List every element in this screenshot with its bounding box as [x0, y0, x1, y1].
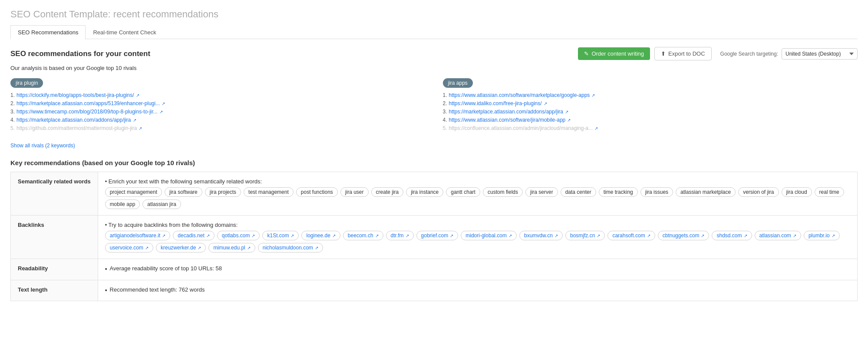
- domain-tag[interactable]: decadis.net↗: [173, 231, 214, 240]
- readability-text: Average readability score of top 10 URLs…: [105, 265, 850, 274]
- list-item: 5. https://github.com/mattermost/matterm…: [10, 125, 426, 131]
- domain-link[interactable]: uservoice.com: [110, 245, 143, 251]
- recommendations-title: Key recommendations (based on your Googl…: [10, 159, 858, 166]
- domain-link[interactable]: midori-global.com: [465, 232, 507, 239]
- domain-tag[interactable]: gobrief.com↗: [416, 231, 459, 240]
- domain-tag[interactable]: mimuw.edu.pl↗: [208, 243, 255, 252]
- external-link-icon: ↗: [332, 233, 336, 238]
- domain-tag[interactable]: cbtnuggets.com↗: [658, 231, 710, 240]
- external-link-icon: ↗: [247, 246, 251, 250]
- domain-tag[interactable]: midori-global.com↗: [461, 231, 517, 240]
- keyword-group-plugin: jira plugin 1. https://clockify.me/blog/…: [10, 78, 426, 133]
- external-link-icon: ↗: [251, 233, 255, 238]
- domain-link[interactable]: decadis.net: [178, 232, 204, 239]
- semantic-tag: jira software: [165, 187, 202, 197]
- domain-tag[interactable]: loginee.de↗: [301, 231, 340, 240]
- url-link[interactable]: https://www.idaliko.com/free-jira-plugin…: [449, 100, 542, 106]
- domain-tag[interactable]: nicholasmuldoon.com↗: [258, 243, 323, 252]
- semantic-tag: jira server: [525, 187, 558, 197]
- row-label-semantically: Semantically related words: [11, 172, 98, 216]
- domain-link[interactable]: bxumvdw.cn: [524, 232, 553, 239]
- domain-tag[interactable]: bosmjfz.cn↗: [565, 231, 605, 240]
- order-content-button[interactable]: ✎ Order content writing: [578, 47, 650, 60]
- domain-tag[interactable]: plumbr.io↗: [804, 231, 840, 240]
- semantic-tag: post functions: [296, 187, 338, 197]
- tab-realtime-content[interactable]: Real-time Content Check: [86, 25, 163, 39]
- semantic-tag: create jira: [371, 187, 404, 197]
- domain-link[interactable]: beecom.ch: [348, 232, 373, 239]
- url-link[interactable]: https://marketplace.atlassian.com/addons…: [17, 117, 131, 123]
- domain-tag[interactable]: bxumvdw.cn↗: [519, 231, 563, 240]
- external-link-icon: ↗: [133, 118, 136, 123]
- external-link-icon: ↗: [744, 233, 747, 238]
- url-link[interactable]: https://www.timecamp.com/blog/2018/09/to…: [17, 109, 158, 115]
- external-link-icon: ↗: [162, 101, 165, 106]
- external-link-icon: ↗: [647, 233, 650, 238]
- domain-link[interactable]: loginee.de: [306, 232, 330, 239]
- domain-link[interactable]: bosmjfz.cn: [570, 232, 595, 239]
- external-link-icon: ↗: [145, 246, 149, 250]
- url-link[interactable]: https://www.atlassian.com/software/marke…: [449, 92, 590, 98]
- url-link[interactable]: https://marketplace.atlassian.com/apps/5…: [17, 100, 160, 106]
- row-label-textlength: Text length: [11, 280, 98, 301]
- url-list-apps: 1. https://www.atlassian.com/software/ma…: [443, 92, 858, 131]
- row-content-textlength: Recommended text length: 762 words: [98, 280, 857, 301]
- list-item: 4. https://www.atlassian.com/software/ji…: [443, 117, 858, 123]
- domain-tag[interactable]: uservoice.com↗: [105, 243, 153, 252]
- external-link-icon: ↗: [554, 233, 558, 238]
- recommendations-table: Semantically related words • Enrich your…: [10, 172, 858, 301]
- semantic-tag: atlassian marketplace: [676, 187, 736, 197]
- external-link-icon: ↗: [567, 118, 571, 123]
- domain-link[interactable]: mimuw.edu.pl: [213, 245, 245, 251]
- domain-tag[interactable]: dtr.fm↗: [386, 231, 414, 240]
- domain-link[interactable]: atlassian.com: [759, 232, 791, 239]
- domain-link[interactable]: shdsd.com: [716, 232, 742, 239]
- url-link[interactable]: https://clockify.me/blog/apps-tools/best…: [17, 92, 134, 98]
- external-link-icon: ↗: [450, 233, 453, 238]
- domain-tag[interactable]: k1St.com↗: [262, 231, 299, 240]
- domain-tag[interactable]: qotlabs.com↗: [217, 231, 260, 240]
- show-rivals-link[interactable]: Show all rivals (2 keywords): [10, 143, 75, 149]
- page-title: SEO Content Template: recent recommendat…: [10, 9, 858, 20]
- row-content-semantically: • Enrich your text with the following se…: [98, 172, 857, 216]
- domain-link[interactable]: qotlabs.com: [222, 232, 250, 239]
- domain-tag[interactable]: carahsoft.com↗: [607, 231, 655, 240]
- domain-link[interactable]: gobrief.com: [421, 232, 449, 239]
- list-item: 2. https://www.idaliko.com/free-jira-plu…: [443, 100, 858, 106]
- semantic-tag: atlassian jira: [142, 199, 181, 209]
- domain-link[interactable]: k1St.com: [267, 232, 289, 239]
- url-list-plugin: 1. https://clockify.me/blog/apps-tools/b…: [10, 92, 426, 131]
- external-link-icon: ↗: [290, 233, 294, 238]
- targeting-label: Google Search targeting:: [720, 51, 778, 57]
- external-link-icon: ↗: [136, 93, 139, 98]
- tab-seo-recommendations[interactable]: SEO Recommendations: [10, 25, 86, 39]
- list-item: 2. https://marketplace.atlassian.com/app…: [10, 100, 426, 106]
- targeting-select[interactable]: United States (Desktop) United Kingdom (…: [782, 48, 858, 60]
- domain-link[interactable]: dtr.fm: [391, 232, 404, 239]
- external-link-icon: ↗: [139, 126, 142, 131]
- table-row-backlinks: Backlinks • Try to acquire backlinks fro…: [11, 216, 858, 259]
- domain-link[interactable]: cbtnuggets.com: [663, 232, 700, 239]
- domain-tag[interactable]: kreuzwerker.de↗: [156, 243, 206, 252]
- external-link-icon: ↗: [832, 233, 835, 238]
- semantically-intro: • Enrich your text with the following se…: [105, 178, 262, 185]
- domain-tag[interactable]: artigianodelsoftware.it↗: [105, 231, 171, 240]
- domain-link[interactable]: artigianodelsoftware.it: [110, 232, 161, 239]
- list-item: 3. https://www.timecamp.com/blog/2018/09…: [10, 109, 426, 115]
- domain-link[interactable]: plumbr.io: [809, 232, 830, 239]
- rec-content-backlinks: • Try to acquire backlinks from the foll…: [105, 222, 850, 252]
- domain-link[interactable]: nicholasmuldoon.com: [263, 245, 313, 251]
- external-link-icon: ↗: [597, 233, 600, 238]
- domain-tag[interactable]: shdsd.com↗: [712, 231, 752, 240]
- url-link[interactable]: https://www.atlassian.com/software/jira/…: [449, 117, 566, 123]
- domain-link[interactable]: carahsoft.com: [612, 232, 645, 239]
- domain-tag[interactable]: atlassian.com↗: [755, 231, 801, 240]
- row-content-readability: Average readability score of top 10 URLs…: [98, 259, 857, 280]
- export-doc-button[interactable]: ⬆ Export to DOC: [654, 47, 712, 60]
- list-item: 1. https://www.atlassian.com/software/ma…: [443, 92, 858, 98]
- url-link[interactable]: https://marketplace.atlassian.com/addons…: [449, 109, 563, 115]
- domain-tag[interactable]: beecom.ch↗: [343, 231, 383, 240]
- semantic-tag: version of jira: [738, 187, 779, 197]
- export-icon: ⬆: [661, 50, 666, 57]
- domain-link[interactable]: kreuzwerker.de: [161, 245, 196, 251]
